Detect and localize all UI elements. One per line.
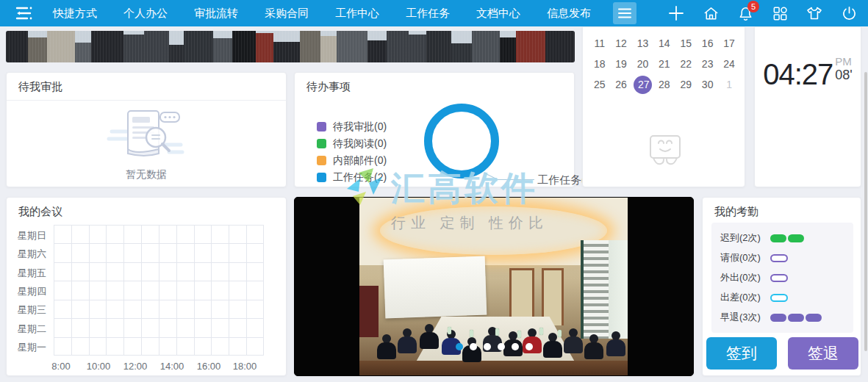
calendar-day[interactable]: 25 <box>589 74 610 95</box>
apps-grid-icon[interactable] <box>771 4 789 22</box>
nav-item-8[interactable]: 信息发布 <box>544 0 594 26</box>
calendar-day[interactable]: 21 <box>653 54 675 74</box>
calendar-day[interactable]: 22 <box>675 54 697 74</box>
legend-swatch <box>317 173 326 182</box>
attendance-bar <box>770 254 788 262</box>
nav-item-1[interactable]: 快捷方式 <box>50 0 100 26</box>
calendar-day[interactable]: 27 <box>632 74 653 95</box>
meetings-hour-label: 18:00 <box>233 361 257 372</box>
calendar-day[interactable]: 13 <box>632 33 653 54</box>
carousel-dot-3[interactable] <box>484 343 491 350</box>
nav-item-3[interactable]: 审批流转 <box>191 0 241 26</box>
nav-item-6[interactable]: 工作任务 <box>403 0 453 26</box>
nav-item-5[interactable]: 工作中心 <box>332 0 382 26</box>
calendar-day[interactable]: 17 <box>718 33 739 54</box>
legend-label: 待我审批(0) <box>333 120 387 134</box>
check-out-button[interactable]: 签退 <box>788 337 858 370</box>
power-logout-icon[interactable] <box>840 4 858 22</box>
pending-approval-panel: 待我审批 暂无数据 <box>6 72 287 187</box>
calendar-day[interactable]: 29 <box>675 74 697 95</box>
legend-item-2[interactable]: 待我阅读(0) <box>317 135 387 152</box>
calendar-day[interactable]: 26 <box>610 74 631 95</box>
attendance-bar <box>770 274 788 282</box>
notification-badge: 5 <box>747 1 759 12</box>
meetings-chart-grid <box>54 225 264 356</box>
calendar-day[interactable]: 12 <box>610 33 631 54</box>
nav-item-4[interactable]: 采购合同 <box>262 0 312 26</box>
legend-swatch <box>317 122 326 131</box>
attendance-pill <box>806 314 822 322</box>
carousel-dots <box>295 343 693 350</box>
calendar-day[interactable]: 28 <box>653 74 675 95</box>
calendar-empty-smiley-icon <box>645 131 686 173</box>
attendance-pill <box>788 234 804 242</box>
carousel-dot-4[interactable] <box>498 343 505 350</box>
meetings-weekday-label: 星期日 <box>8 229 46 242</box>
calendar-day[interactable]: 16 <box>697 33 718 54</box>
page-scrollbar[interactable] <box>864 72 867 351</box>
carousel-dot-2[interactable] <box>470 343 477 350</box>
meetings-weekday-label: 星期二 <box>8 322 46 336</box>
calendar-day[interactable]: 15 <box>675 33 697 54</box>
legend-item-3[interactable]: 内部邮件(0) <box>317 152 387 169</box>
attendance-row: 出差(0次) <box>720 292 788 303</box>
attendance-pill <box>770 234 786 242</box>
clock-time: 04:27 <box>763 58 833 91</box>
legend-swatch <box>317 139 326 148</box>
legend-label: 待我阅读(0) <box>333 137 387 151</box>
carousel-dot-1[interactable] <box>456 343 463 350</box>
legend-item-4[interactable]: 工作任务(2) <box>317 169 387 186</box>
calendar-day[interactable]: 20 <box>632 54 653 74</box>
calendar-day[interactable]: 24 <box>718 54 739 74</box>
attendance-label: 迟到(2次) <box>720 231 770 245</box>
check-in-button[interactable]: 签到 <box>706 337 777 370</box>
attendance-bar <box>770 234 804 242</box>
news-carousel <box>294 197 694 376</box>
donut-label-line <box>484 173 498 180</box>
meetings-weekday-label: 星期五 <box>8 267 46 280</box>
calendar-week-row: 2526272829301 <box>589 74 740 95</box>
clock-meridiem: PM <box>835 55 852 68</box>
attendance-label: 请假(0次) <box>720 251 770 264</box>
clock-panel: 04:27 PM 08' <box>754 26 861 187</box>
calendar-week-row: 18192021222324 <box>589 54 740 74</box>
my-meetings-panel: 我的会议 星期日星期六星期五星期四星期三星期二星期一8:0010:0012:00… <box>6 197 287 376</box>
more-menu-button[interactable] <box>613 2 636 24</box>
carousel-dot-6[interactable] <box>526 343 533 350</box>
theme-shirt-icon[interactable] <box>806 4 823 22</box>
legend-swatch <box>317 156 326 165</box>
add-icon[interactable] <box>667 4 685 22</box>
nav-item-7[interactable]: 文档中心 <box>473 0 523 26</box>
legend-item-1[interactable]: 待我审批(0) <box>317 118 387 135</box>
calendar-day[interactable]: 14 <box>653 33 675 54</box>
attendance-panel: 我的考勤 迟到(2次)请假(0次)外出(0次)出差(0次)早退(3次) 签到 签… <box>702 197 861 376</box>
attendance-label: 早退(3次) <box>720 311 770 324</box>
attendance-row: 迟到(2次) <box>720 233 804 243</box>
todo-panel: 待办事项 待我审批(0)待我阅读(0)内部邮件(0)工作任务(2) 工作任务(2… <box>294 72 575 187</box>
calendar-day[interactable]: 30 <box>697 74 718 95</box>
meetings-weekday-label: 星期三 <box>8 303 46 317</box>
calendar-week-row: 11121314151617 <box>589 33 740 54</box>
legend-label: 工作任务(2) <box>333 171 387 184</box>
nav-actions: 5 <box>667 0 858 26</box>
nav-item-2[interactable]: 个人办公 <box>121 0 171 26</box>
attendance-row: 请假(0次) <box>720 253 788 263</box>
my-meetings-title: 我的会议 <box>7 198 286 225</box>
notifications-bell-icon[interactable]: 5 <box>736 4 754 22</box>
collapse-menu-icon[interactable] <box>12 4 37 23</box>
home-icon[interactable] <box>702 4 720 22</box>
calendar-day[interactable]: 19 <box>610 54 631 74</box>
attendance-pill <box>770 254 788 262</box>
legend-label: 内部邮件(0) <box>333 154 387 167</box>
todo-donut-chart <box>424 104 499 179</box>
calendar-day[interactable]: 18 <box>589 54 610 74</box>
carousel-dot-5[interactable] <box>512 343 519 350</box>
attendance-stats: 迟到(2次)请假(0次)外出(0次)出差(0次)早退(3次) <box>711 223 853 333</box>
calendar-day[interactable]: 11 <box>589 33 610 54</box>
attendance-label: 外出(0次) <box>720 271 770 284</box>
meetings-weekday-label: 星期一 <box>8 341 46 354</box>
calendar-day[interactable]: 1 <box>718 74 739 95</box>
attendance-row: 外出(0次) <box>720 273 788 283</box>
meetings-weekday-label: 星期四 <box>8 285 46 298</box>
calendar-day[interactable]: 23 <box>697 54 718 74</box>
